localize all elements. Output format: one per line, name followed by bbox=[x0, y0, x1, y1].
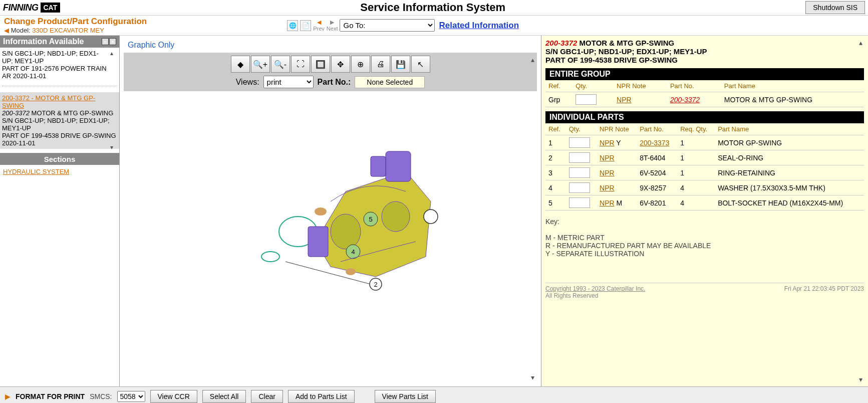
svg-point-5 bbox=[331, 214, 361, 249]
related-info-link[interactable]: Related Information bbox=[439, 21, 519, 31]
goto-select[interactable]: Go To: bbox=[340, 19, 435, 32]
rotate-icon[interactable]: ◆ bbox=[231, 56, 250, 73]
zoom-out-icon[interactable]: 🔍- bbox=[271, 56, 290, 73]
table-row: 1 NPR Y 200-3373 1 MOTOR GP-SWING bbox=[545, 135, 864, 150]
logo-cat: CAT bbox=[41, 3, 61, 13]
table-row: 3 NPR 6V-5204 1 RING-RETAINING bbox=[545, 165, 864, 180]
npr-link[interactable]: NPR bbox=[600, 154, 615, 162]
back-arrow-icon[interactable]: ◀ bbox=[4, 27, 9, 34]
copyright-link[interactable]: Copyright 1993 - 2023 Caterpillar Inc. bbox=[545, 285, 645, 292]
partno-field[interactable]: None Selected bbox=[355, 76, 425, 88]
copyright: Copyright 1993 - 2023 Caterpillar Inc. A… bbox=[545, 283, 864, 299]
sections-header: Sections bbox=[0, 153, 119, 165]
svg-rect-9 bbox=[308, 227, 328, 257]
scroll-down-icon[interactable]: ▾ bbox=[859, 375, 867, 383]
svg-point-16 bbox=[346, 268, 356, 275]
part-header: 200-3372 MOTOR & MTG GP-SWING S/N GBC1-U… bbox=[545, 39, 864, 64]
individual-parts-table: Ref. Qty. NPR Note Part No. Req. Qty. Pa… bbox=[545, 123, 864, 211]
partno-link[interactable]: 200-3372 bbox=[670, 96, 700, 104]
table-row: 4 NPR 9X-8257 4 WASHER (17.5X30X3.5-MM T… bbox=[545, 180, 864, 195]
change-config-link[interactable]: Change Product/Part Configuration bbox=[4, 17, 147, 27]
qty-input[interactable] bbox=[569, 137, 590, 148]
minimize-icon[interactable]: – bbox=[102, 38, 109, 45]
logo-finning: FINNING bbox=[3, 3, 39, 13]
app-title: Service Information System bbox=[60, 1, 805, 14]
npr-link[interactable]: NPR bbox=[600, 184, 615, 192]
footer-bar: ▶ FORMAT FOR PRINT SMCS: 5058 View CCR S… bbox=[0, 386, 868, 403]
section-hydraulic-link[interactable]: HYDRAULIC SYSTEM bbox=[3, 168, 69, 175]
npr-link[interactable]: NPR bbox=[617, 96, 632, 104]
qty-input[interactable] bbox=[569, 197, 590, 208]
info-body[interactable]: ▴▾ S/N GBC1-UP; NBD1-UP; EDX1-UP; MEY1-U… bbox=[0, 48, 119, 153]
view-parts-list-button[interactable]: View Parts List bbox=[375, 390, 436, 403]
graphic-toolbar: ◆ 🔍+ 🔍- ⛶ 🔲 ✥ ⊕ 🖨 💾 ↖ Views: print Part … bbox=[124, 53, 537, 91]
subheader: Change Product/Part Configuration ◀ Mode… bbox=[0, 16, 868, 36]
npr-link[interactable]: NPR bbox=[600, 199, 615, 207]
svg-rect-7 bbox=[386, 151, 411, 181]
logo: FINNING CAT bbox=[3, 3, 60, 13]
info-block-2[interactable]: 200-3372 - MOTOR & MTG GP-SWING 200-3372… bbox=[0, 92, 119, 149]
scroll-up-icon[interactable]: ▴ bbox=[859, 39, 867, 47]
partno-link[interactable]: 200-3373 bbox=[640, 139, 669, 147]
smcs-label: SMCS: bbox=[90, 392, 112, 400]
print-icon[interactable]: 🖨 bbox=[371, 56, 390, 73]
scroll-down-icon[interactable]: ▾ bbox=[110, 144, 118, 151]
shutdown-button[interactable]: Shutdown SIS bbox=[805, 1, 865, 14]
left-panel: Information Available – × ▴▾ S/N GBC1-UP… bbox=[0, 36, 120, 386]
globe-icon[interactable]: 🌐 bbox=[287, 20, 298, 31]
svg-point-15 bbox=[315, 208, 327, 216]
graphic-only-label[interactable]: Graphic Only bbox=[128, 41, 537, 50]
view-ccr-button[interactable]: View CCR bbox=[150, 390, 197, 403]
scroll-up-icon[interactable]: ▴ bbox=[110, 50, 118, 57]
table-row: 2 NPR 8T-6404 1 SEAL-O-RING bbox=[545, 150, 864, 165]
save-icon[interactable]: 💾 bbox=[391, 56, 410, 73]
svg-point-6 bbox=[382, 202, 410, 232]
zoom-fit-icon[interactable]: 🔲 bbox=[311, 56, 330, 73]
timestamp: Fri Apr 21 22:03:45 PDT 2023 bbox=[784, 285, 864, 299]
npr-link[interactable]: NPR bbox=[600, 139, 615, 147]
header-bar: FINNING CAT Service Information System S… bbox=[0, 0, 868, 16]
move-icon[interactable]: ⊕ bbox=[351, 56, 370, 73]
add-to-parts-button[interactable]: Add to Parts List bbox=[288, 390, 355, 403]
pointer-icon[interactable]: ↖ bbox=[411, 56, 430, 73]
zoom-in-icon[interactable]: 🔍+ bbox=[251, 56, 270, 73]
svg-text:2: 2 bbox=[374, 281, 377, 288]
qty-input[interactable] bbox=[569, 182, 590, 193]
main-content: Information Available – × ▴▾ S/N GBC1-UP… bbox=[0, 36, 868, 386]
svg-text:4: 4 bbox=[351, 248, 355, 256]
svg-point-14 bbox=[424, 210, 438, 224]
format-print-label: FORMAT FOR PRINT bbox=[16, 392, 85, 400]
smcs-select[interactable]: 5058 bbox=[117, 391, 145, 402]
pan-icon[interactable]: ✥ bbox=[331, 56, 350, 73]
npr-link[interactable]: NPR bbox=[600, 169, 615, 177]
entire-group-bar: ENTIRE GROUP bbox=[545, 68, 864, 80]
partno-label: Part No.: bbox=[318, 78, 351, 87]
part-diagram[interactable]: 2 5 4 bbox=[124, 91, 537, 302]
prev-button[interactable]: ◀Prev bbox=[313, 19, 325, 32]
scroll-up-icon[interactable]: ▴ bbox=[531, 56, 540, 64]
views-select[interactable]: print bbox=[263, 76, 314, 88]
model-line: ◀ Model: 330D EXCAVATOR MEY bbox=[4, 27, 147, 34]
qty-input[interactable] bbox=[575, 94, 597, 105]
scroll-down-icon[interactable]: ▾ bbox=[531, 373, 540, 381]
select-all-button[interactable]: Select All bbox=[202, 390, 246, 403]
entire-group-table: Ref. Qty. NPR Note Part No. Part Name Gr… bbox=[545, 80, 864, 107]
zoom-window-icon[interactable]: ⛶ bbox=[291, 56, 310, 73]
clear-button[interactable]: Clear bbox=[251, 390, 282, 403]
svg-rect-8 bbox=[371, 156, 386, 176]
close-icon[interactable]: × bbox=[109, 38, 116, 45]
footer-arrow-icon: ▶ bbox=[5, 392, 11, 400]
center-panel: ▴▾ Graphic Only ◆ 🔍+ 🔍- ⛶ 🔲 ✥ ⊕ 🖨 💾 ↖ Vi… bbox=[120, 36, 541, 386]
svg-text:5: 5 bbox=[369, 216, 372, 223]
qty-input[interactable] bbox=[569, 152, 590, 163]
svg-point-0 bbox=[261, 252, 279, 262]
views-label: Views: bbox=[236, 78, 259, 87]
model-value: 330D EXCAVATOR MEY bbox=[32, 27, 104, 34]
next-button[interactable]: ▶Next bbox=[327, 19, 338, 32]
info-available-header: Information Available – × bbox=[0, 36, 119, 48]
model-label: Model: bbox=[11, 27, 31, 34]
document-icon[interactable]: 📄 bbox=[300, 20, 311, 31]
key-section: Key: M - METRIC PART R - REMANUFACTURED … bbox=[545, 218, 864, 258]
qty-input[interactable] bbox=[569, 167, 590, 178]
part-link[interactable]: 200-3372 - MOTOR & MTG GP-SWING bbox=[2, 94, 95, 109]
